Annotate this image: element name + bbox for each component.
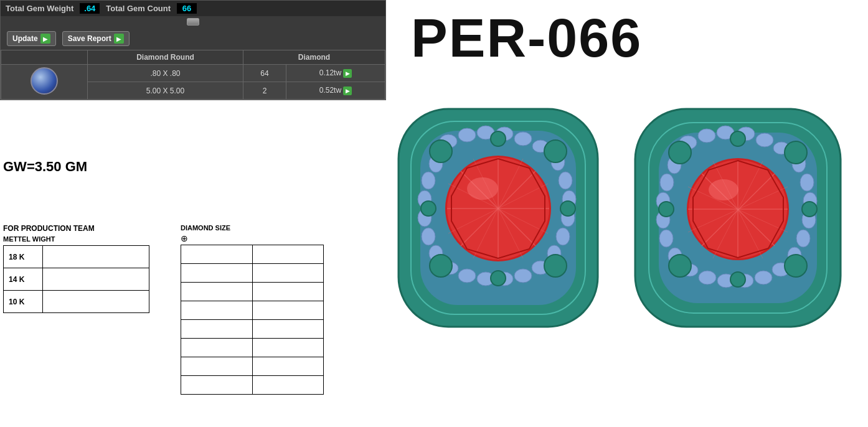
svg-point-16 xyxy=(514,269,532,283)
gem-count: 2 xyxy=(243,82,286,100)
svg-point-30 xyxy=(544,255,567,277)
diamond-col1 xyxy=(181,320,253,339)
svg-point-7 xyxy=(514,132,532,146)
svg-point-19 xyxy=(458,269,476,283)
svg-point-51 xyxy=(698,129,715,143)
gem-weight: 0.52tw ▶ xyxy=(286,82,385,100)
diamond-title: DIAMOND SIZE xyxy=(181,224,324,232)
svg-point-57 xyxy=(800,174,814,191)
svg-point-75 xyxy=(785,141,807,164)
svg-point-92 xyxy=(709,179,738,200)
svg-point-34 xyxy=(560,201,575,216)
diamond-col1 xyxy=(181,301,253,320)
prod-value xyxy=(42,268,149,291)
table-row xyxy=(181,283,324,301)
svg-point-4 xyxy=(458,128,476,142)
save-report-label: Save Report xyxy=(68,34,111,43)
gem-size: 5.00 X 5.00 xyxy=(88,82,243,100)
svg-point-54 xyxy=(756,133,773,147)
svg-point-32 xyxy=(491,271,506,286)
diamond-col2 xyxy=(252,339,324,357)
table-row xyxy=(181,301,324,320)
table-row xyxy=(181,264,324,283)
diamond-col2 xyxy=(252,376,324,395)
svg-point-72 xyxy=(660,174,674,191)
gem-size: .80 X .80 xyxy=(88,65,243,82)
save-report-arrow-icon: ▶ xyxy=(114,34,124,44)
diamond-col2 xyxy=(252,245,324,264)
table-row: 10 K xyxy=(4,291,149,313)
diamond-col1 xyxy=(181,339,253,357)
gw-label: GW=3.50 GM xyxy=(3,159,87,175)
svg-point-76 xyxy=(669,255,691,277)
diamond-col1 xyxy=(181,357,253,376)
table-row: 18 K xyxy=(4,246,149,268)
jewelry-right xyxy=(623,96,853,339)
update-arrow-icon: ▶ xyxy=(40,34,50,44)
diamond-col2 xyxy=(252,283,324,301)
jewelry-left-svg xyxy=(386,96,610,339)
prod-label: 18 K xyxy=(4,246,43,268)
col-icon xyxy=(1,50,88,65)
gem-weight: 0.12tw ▶ xyxy=(286,65,385,82)
table-row xyxy=(181,339,324,357)
button-row: Update ▶ Save Report ▶ xyxy=(1,27,385,50)
save-report-button[interactable]: Save Report ▶ xyxy=(62,31,130,46)
gem-count-value: 66 xyxy=(177,3,197,14)
slider-row xyxy=(1,16,385,27)
col-diamond: Diamond xyxy=(243,50,385,65)
svg-point-27 xyxy=(430,140,452,162)
prod-value xyxy=(42,246,149,268)
update-button[interactable]: Update ▶ xyxy=(7,31,56,46)
svg-point-77 xyxy=(785,255,807,277)
per-title: PER-066 xyxy=(411,6,642,70)
table-row xyxy=(181,357,324,376)
table-row xyxy=(181,245,324,264)
svg-point-10 xyxy=(559,172,572,189)
svg-point-22 xyxy=(422,228,435,245)
production-section: FOR PRODUCTION TEAM METTEL WIGHT 18 K 14… xyxy=(3,224,149,313)
gem-icon-cell xyxy=(1,65,88,100)
table-row xyxy=(181,320,324,339)
svg-point-74 xyxy=(669,141,691,164)
diamond-col2 xyxy=(252,264,324,283)
gem-weight-value: .64 xyxy=(80,3,100,14)
svg-point-63 xyxy=(755,271,772,284)
diamond-col2 xyxy=(252,357,324,376)
jewelry-right-svg xyxy=(623,96,853,339)
table-row xyxy=(181,376,324,395)
diamond-col1 xyxy=(181,264,253,283)
row-arrow-icon[interactable]: ▶ xyxy=(343,87,352,95)
svg-point-69 xyxy=(659,230,673,247)
update-label: Update xyxy=(12,34,38,43)
slider-thumb[interactable] xyxy=(187,18,199,26)
svg-point-13 xyxy=(556,228,570,245)
svg-point-28 xyxy=(544,140,567,162)
gem-count: 64 xyxy=(243,65,286,82)
plus-icon[interactable]: ⊕ xyxy=(181,233,188,243)
prod-label: 10 K xyxy=(4,291,43,313)
section-title: FOR PRODUCTION TEAM xyxy=(3,224,149,233)
svg-point-25 xyxy=(422,172,435,189)
production-table: 18 K 14 K 10 K xyxy=(3,245,149,313)
svg-point-31 xyxy=(491,131,506,146)
svg-point-60 xyxy=(796,230,810,247)
stats-row: Total Gem Weight .64 Total Gem Count 66 xyxy=(1,1,385,16)
gem-table: Diamond Round Diamond .80 X .80 64 0.12t… xyxy=(1,50,385,100)
gem-count-label: Total Gem Count xyxy=(106,4,171,13)
sub-title: METTEL WIGHT xyxy=(3,235,149,243)
svg-point-79 xyxy=(730,272,745,287)
diamond-col2 xyxy=(252,320,324,339)
gem-icon xyxy=(31,67,58,95)
diamond-col1 xyxy=(181,245,253,264)
row-arrow-icon[interactable]: ▶ xyxy=(343,69,352,78)
diamond-col2 xyxy=(252,301,324,320)
top-panel: Total Gem Weight .64 Total Gem Count 66 … xyxy=(0,0,386,100)
svg-point-45 xyxy=(467,177,498,200)
table-row: 14 K xyxy=(4,268,149,291)
gem-weight-label: Total Gem Weight xyxy=(6,4,73,13)
svg-point-80 xyxy=(659,202,674,217)
svg-point-29 xyxy=(430,255,452,277)
jewelry-left xyxy=(386,96,610,339)
diamond-col1 xyxy=(181,283,253,301)
